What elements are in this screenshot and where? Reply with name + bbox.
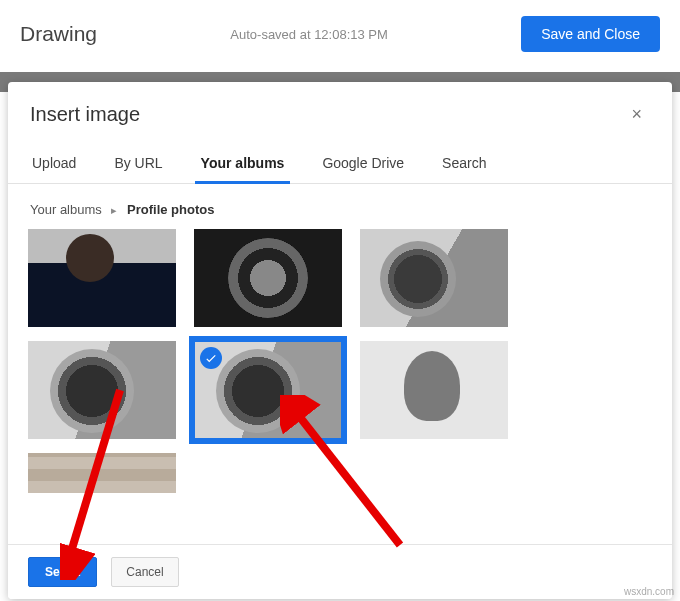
breadcrumb: Your albums ▸ Profile photos bbox=[28, 194, 660, 229]
insert-image-modal: Insert image × Upload By URL Your albums… bbox=[8, 82, 672, 599]
save-and-close-button[interactable]: Save and Close bbox=[521, 16, 660, 52]
select-button[interactable]: Select bbox=[28, 557, 97, 587]
watermark: wsxdn.com bbox=[624, 586, 674, 597]
image-thumbnail[interactable] bbox=[28, 453, 176, 493]
tab-google-drive[interactable]: Google Drive bbox=[320, 147, 406, 183]
image-grid bbox=[28, 229, 660, 513]
modal-content[interactable]: Your albums ▸ Profile photos bbox=[8, 184, 672, 544]
tab-your-albums[interactable]: Your albums bbox=[199, 147, 287, 183]
tab-by-url[interactable]: By URL bbox=[112, 147, 164, 183]
image-thumbnail[interactable] bbox=[360, 229, 508, 327]
modal-title: Insert image bbox=[30, 103, 623, 126]
image-thumbnail[interactable] bbox=[28, 229, 176, 327]
image-thumbnail[interactable] bbox=[360, 341, 508, 439]
image-thumbnail[interactable] bbox=[194, 229, 342, 327]
close-icon[interactable]: × bbox=[623, 100, 650, 129]
modal-tabs: Upload By URL Your albums Google Drive S… bbox=[8, 135, 672, 184]
modal-footer: Select Cancel bbox=[8, 544, 672, 599]
tab-upload[interactable]: Upload bbox=[30, 147, 78, 183]
modal-header: Insert image × bbox=[8, 82, 672, 135]
tab-search[interactable]: Search bbox=[440, 147, 488, 183]
app-header: Drawing Auto-saved at 12:08:13 PM Save a… bbox=[0, 0, 680, 72]
chevron-right-icon: ▸ bbox=[111, 204, 117, 216]
image-thumbnail-selected[interactable] bbox=[194, 341, 342, 439]
breadcrumb-current: Profile photos bbox=[127, 202, 214, 217]
checkmark-icon bbox=[200, 347, 222, 369]
app-title: Drawing bbox=[20, 22, 97, 46]
breadcrumb-root[interactable]: Your albums bbox=[30, 202, 102, 217]
autosave-status: Auto-saved at 12:08:13 PM bbox=[97, 27, 521, 42]
image-thumbnail[interactable] bbox=[28, 341, 176, 439]
cancel-button[interactable]: Cancel bbox=[111, 557, 178, 587]
